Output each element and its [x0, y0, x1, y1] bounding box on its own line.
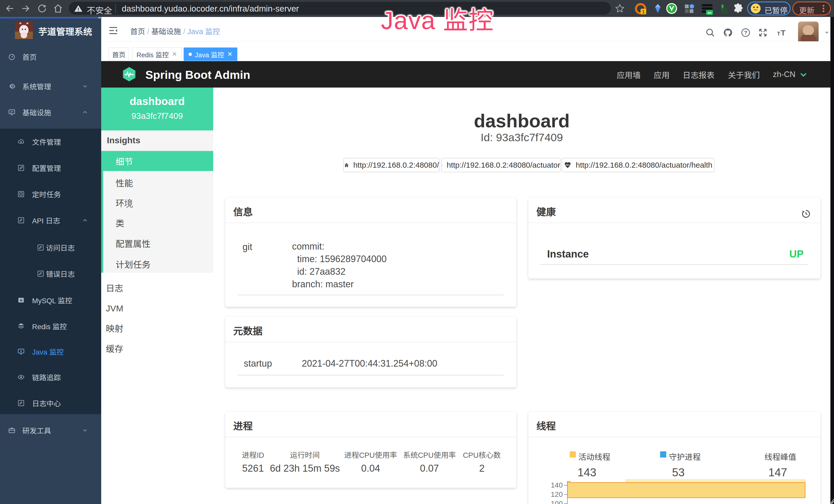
svg-text:?: ?: [744, 29, 747, 36]
svg-text:T: T: [777, 30, 780, 37]
svg-text:1: 1: [642, 9, 645, 15]
svg-text:on: on: [707, 11, 712, 15]
svg-text:M: M: [20, 299, 22, 302]
svg-text:T: T: [781, 28, 786, 37]
